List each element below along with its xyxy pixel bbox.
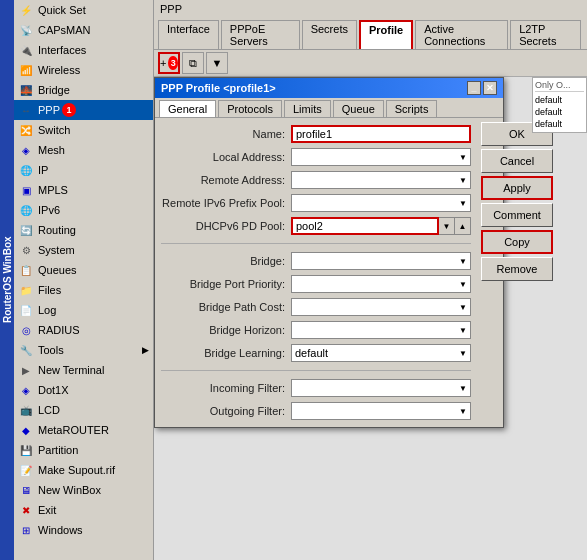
sidebar-item-ipv6[interactable]: 🌐 IPv6 [14,200,153,220]
remove-button[interactable]: Remove [481,257,553,281]
local-address-arrow: ▼ [459,153,467,162]
exit-icon: ✖ [18,502,34,518]
ipv6-icon: 🌐 [18,202,34,218]
sidebar-item-tools[interactable]: 🔧 Tools ▶ [14,340,153,360]
sidebar-item-switch[interactable]: 🔀 Switch [14,120,153,140]
toolbar-filter-button[interactable]: ▼ [206,52,228,74]
bridge-dropdown[interactable]: ▼ [291,252,471,270]
copy-button[interactable]: Copy [481,230,553,254]
local-address-dropdown[interactable]: ▼ [291,148,471,166]
sidebar-item-make-supout[interactable]: 📝 Make Supout.rif [14,460,153,480]
apply-button[interactable]: Apply [481,176,553,200]
only-once-row: default [535,118,584,130]
profile-dialog: PPP Profile <profile1> _ ✕ General Proto… [154,77,504,428]
tab-l2tp-secrets[interactable]: L2TP Secrets [510,20,581,49]
make-supout-icon: 📝 [18,462,34,478]
system-icon: ⚙ [18,242,34,258]
dialog-tab-queue[interactable]: Queue [333,100,384,117]
ppp-content-area: Only O... default default default PPP Pr… [154,77,587,560]
toolbar-copy-button[interactable]: ⧉ [182,52,204,74]
sidebar-item-dot1x[interactable]: ◈ Dot1X [14,380,153,400]
dot1x-icon: ◈ [18,382,34,398]
bridge-path-cost-label: Bridge Path Cost: [161,301,291,313]
app-label: RouterOS WinBox [0,0,14,560]
name-input[interactable] [291,125,471,143]
sidebar-item-lcd[interactable]: 📺 LCD [14,400,153,420]
dialog-tab-limits[interactable]: Limits [284,100,331,117]
dhcpv6-input[interactable] [291,217,439,235]
sidebar-item-exit[interactable]: ✖ Exit [14,500,153,520]
toolbar-badge: 3 [168,56,178,70]
files-icon: 📁 [18,282,34,298]
mpls-icon: ▣ [18,182,34,198]
dialog-close-button[interactable]: ✕ [483,81,497,95]
sidebar-item-bridge[interactable]: 🌉 Bridge [14,80,153,100]
sidebar-item-metarouter[interactable]: ◆ MetaROUTER [14,420,153,440]
toolbar-add-button[interactable]: + 3 [158,52,180,74]
remote-ipv6-dropdown[interactable]: ▼ [291,194,471,212]
only-once-panel: Only O... default default default [532,77,587,133]
dhcpv6-dropdown-btn[interactable]: ▼ [439,217,455,235]
bridge-path-cost-dropdown[interactable]: ▼ [291,298,471,316]
dialog-tab-scripts[interactable]: Scripts [386,100,438,117]
remote-address-dropdown[interactable]: ▼ [291,171,471,189]
tab-active-connections[interactable]: Active Connections [415,20,508,49]
dhcpv6-up-btn[interactable]: ▲ [455,217,471,235]
sidebar-item-queues[interactable]: 📋 Queues [14,260,153,280]
cancel-button[interactable]: Cancel [481,149,553,173]
sidebar-item-wireless[interactable]: 📶 Wireless [14,60,153,80]
bridge-horizon-dropdown[interactable]: ▼ [291,321,471,339]
dialog-minimize-button[interactable]: _ [467,81,481,95]
ppp-title: PPP [154,0,587,18]
tab-secrets[interactable]: Secrets [302,20,357,49]
ppp-badge: 1 [62,103,76,117]
only-once-header: Only O... [535,80,584,92]
sidebar-item-interfaces[interactable]: 🔌 Interfaces [14,40,153,60]
comment-button[interactable]: Comment [481,203,553,227]
tab-profiles[interactable]: Profile [359,20,413,49]
bridge-port-priority-row: Bridge Port Priority: ▼ [161,274,471,294]
dialog-tab-general[interactable]: General [159,100,216,117]
name-row: Name: [161,124,471,144]
sidebar-item-files[interactable]: 📁 Files [14,280,153,300]
switch-icon: 🔀 [18,122,34,138]
sidebar-item-log[interactable]: 📄 Log [14,300,153,320]
sidebar-item-routing[interactable]: 🔄 Routing [14,220,153,240]
remote-ipv6-row: Remote IPv6 Prefix Pool: ▼ [161,193,471,213]
ppp-tabs: Interface PPPoE Servers Secrets Profile … [154,18,587,50]
dhcpv6-label: DHCPv6 PD Pool: [161,220,291,232]
sidebar-item-windows[interactable]: ⊞ Windows [14,520,153,540]
outgoing-filter-arrow: ▼ [459,407,467,416]
tab-pppoe-servers[interactable]: PPPoE Servers [221,20,300,49]
remote-address-row: Remote Address: ▼ [161,170,471,190]
bridge-arrow: ▼ [459,257,467,266]
bridge-horizon-row: Bridge Horizon: ▼ [161,320,471,340]
only-once-row: default [535,94,584,106]
remote-address-label: Remote Address: [161,174,291,186]
quick-set-icon: ⚡ [18,2,34,18]
local-address-row: Local Address: ▼ [161,147,471,167]
sidebar-item-ip[interactable]: 🌐 IP [14,160,153,180]
sidebar-item-new-winbox[interactable]: 🖥 New WinBox [14,480,153,500]
sidebar-item-ppp[interactable]: ↔ PPP 1 [14,100,153,120]
outgoing-filter-dropdown[interactable]: ▼ [291,402,471,420]
sidebar-item-new-terminal[interactable]: ▶ New Terminal [14,360,153,380]
bridge-learning-row: Bridge Learning: default ▼ [161,343,471,363]
sidebar-item-system[interactable]: ⚙ System [14,240,153,260]
tab-interface[interactable]: Interface [158,20,219,49]
bridge-port-priority-dropdown[interactable]: ▼ [291,275,471,293]
sidebar-item-mesh[interactable]: ◈ Mesh [14,140,153,160]
incoming-filter-arrow: ▼ [459,384,467,393]
bridge-horizon-arrow: ▼ [459,326,467,335]
incoming-filter-dropdown[interactable]: ▼ [291,379,471,397]
wireless-icon: 📶 [18,62,34,78]
bridge-learning-dropdown[interactable]: default ▼ [291,344,471,362]
sidebar-item-partition[interactable]: 💾 Partition [14,440,153,460]
dialog-content: Name: Local Address: ▼ [155,118,503,427]
outgoing-filter-label: Outgoing Filter: [161,405,291,417]
sidebar-item-capsman[interactable]: 📡 CAPsMAN [14,20,153,40]
sidebar-item-mpls[interactable]: ▣ MPLS [14,180,153,200]
sidebar-item-quick-set[interactable]: ⚡ Quick Set [14,0,153,20]
dialog-tab-protocols[interactable]: Protocols [218,100,282,117]
sidebar-item-radius[interactable]: ◎ RADIUS [14,320,153,340]
